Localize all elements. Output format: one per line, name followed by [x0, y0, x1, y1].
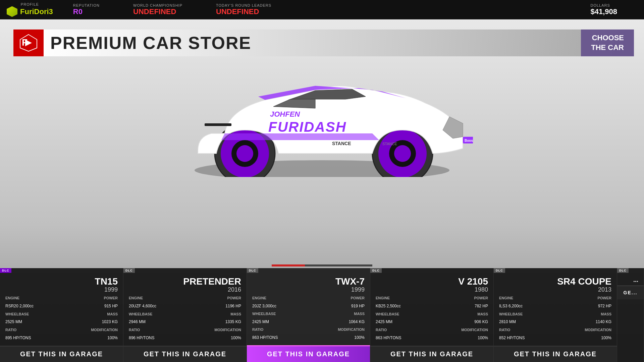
round-leaders-value: UNDEFINED: [216, 7, 271, 16]
stats-grid-1: ENGINE POWER 20UZF 4,600cc 1196 HP WHEEL…: [129, 296, 241, 343]
main-content: F PREMIUM CAR STORE CHOOSE THE CAR: [0, 19, 644, 362]
car-name-3: V 2105: [376, 277, 488, 286]
stats-grid-3: ENGINE POWER KB25 2,500cc 782 HP WHEELBA…: [376, 296, 488, 343]
store-logo-icon: F: [18, 33, 39, 53]
round-leaders-section: TODAY'S ROUND LEADERS UNDEFINED: [216, 3, 271, 16]
carousel-progress: [272, 264, 372, 266]
car-card-2[interactable]: DLC TWX-7 1999 ENGINE POWER 20JZ 3,000cc…: [247, 268, 370, 362]
reputation-label: REPUTATION: [73, 3, 100, 7]
top-bar: PROFILE FuriDori3 REPUTATION R0 WORLD CH…: [0, 0, 644, 19]
svg-point-6: [236, 145, 253, 162]
profile-section: PROFILE FuriDori3: [7, 2, 53, 17]
car-card-3[interactable]: DLC V 2105 1980 ENGINE POWER KB25 2,500c…: [370, 268, 494, 362]
svg-text:STANCE: STANCE: [332, 141, 351, 146]
championship-section: WORLD CHAMPIONSHIP UNDEFINED: [133, 3, 182, 16]
stats-grid-0: ENGINE POWER RSR20 2,000cc 915 HP WHEELB…: [5, 296, 118, 343]
car-card-0[interactable]: DLC TN15 1999 ENGINE POWER RSR20 2,000cc…: [0, 268, 123, 362]
car-year-4: 2013: [499, 286, 611, 293]
car-card-1[interactable]: DLC PRETENDER 2016 ENGINE POWER 20UZF 4,…: [123, 268, 247, 362]
svg-text:FURIDASH: FURIDASH: [268, 119, 346, 135]
profile-label: PROFILE: [21, 2, 39, 6]
car-year-3: 1980: [376, 286, 488, 293]
get-in-garage-button-2[interactable]: GET THIS IN GARAGE: [247, 345, 370, 362]
dlc-badge-5: DLC: [617, 268, 629, 273]
svg-point-10: [394, 145, 411, 162]
dlc-badge-2: DLC: [247, 268, 258, 273]
dollars-value: $41,908: [590, 7, 617, 16]
car-name-1: PRETENDER: [129, 277, 241, 286]
stats-grid-2: ENGINE POWER 20JZ 3,000cc 919 HP WHEELBA…: [252, 296, 365, 343]
dlc-badge-3: DLC: [370, 268, 382, 273]
get-in-garage-button-5[interactable]: GE...: [617, 286, 644, 299]
car-display: FURIDASH Boost JOHFEN STANCE STANCE: [171, 43, 473, 184]
svg-rect-14: [205, 123, 231, 126]
car-year-0: 1999: [5, 286, 118, 293]
dlc-badge-0: DLC: [0, 268, 11, 273]
reputation-section: REPUTATION R0: [73, 3, 100, 16]
store-logo: F: [13, 29, 44, 56]
car-name-5: ...: [623, 277, 638, 283]
car-carousel[interactable]: DLC TN15 1999 ENGINE POWER RSR20 2,000cc…: [0, 268, 644, 362]
get-in-garage-button-4[interactable]: GET THIS IN GARAGE: [494, 346, 617, 362]
svg-text:Boost: Boost: [465, 139, 473, 142]
car-card-5[interactable]: DLC ... GE...: [617, 268, 644, 362]
dlc-badge-1: DLC: [123, 268, 135, 273]
car-year-2: 1999: [252, 286, 365, 293]
car-year-1: 2016: [129, 286, 241, 293]
get-in-garage-button-3[interactable]: GET THIS IN GARAGE: [370, 346, 493, 362]
get-in-garage-button-1[interactable]: GET THIS IN GARAGE: [123, 346, 247, 362]
dlc-badge-4: DLC: [494, 268, 505, 273]
car-name-4: SR4 COUPE: [499, 277, 611, 286]
car-name-2: TWX-7: [252, 277, 365, 286]
reputation-value: R0: [73, 7, 100, 16]
svg-text:STANCE: STANCE: [382, 142, 397, 146]
championship-value: UNDEFINED: [133, 7, 182, 16]
round-leaders-label: TODAY'S ROUND LEADERS: [216, 3, 271, 7]
svg-text:JOHFEN: JOHFEN: [270, 110, 300, 118]
choose-car-button[interactable]: CHOOSE THE CAR: [581, 29, 634, 56]
car-image: FURIDASH Boost JOHFEN STANCE STANCE: [171, 50, 473, 177]
car-card-4[interactable]: DLC SR4 COUPE 2013 ENGINE POWER ILS3 6,2…: [494, 268, 617, 362]
profile-value: FuriDori3: [20, 7, 53, 16]
stats-grid-4: ENGINE POWER ILS3 6,200cc 972 HP WHEELBA…: [499, 296, 611, 343]
progress-bar-fill: [272, 264, 305, 266]
championship-label: WORLD CHAMPIONSHIP: [133, 3, 182, 7]
dollars-section: DOLLARS $41,908: [590, 3, 617, 16]
dollars-label: DOLLARS: [590, 3, 617, 7]
profile-icon: [7, 6, 17, 17]
get-in-garage-button-0[interactable]: GET THIS IN GARAGE: [0, 346, 123, 362]
car-name-0: TN15: [5, 277, 118, 286]
